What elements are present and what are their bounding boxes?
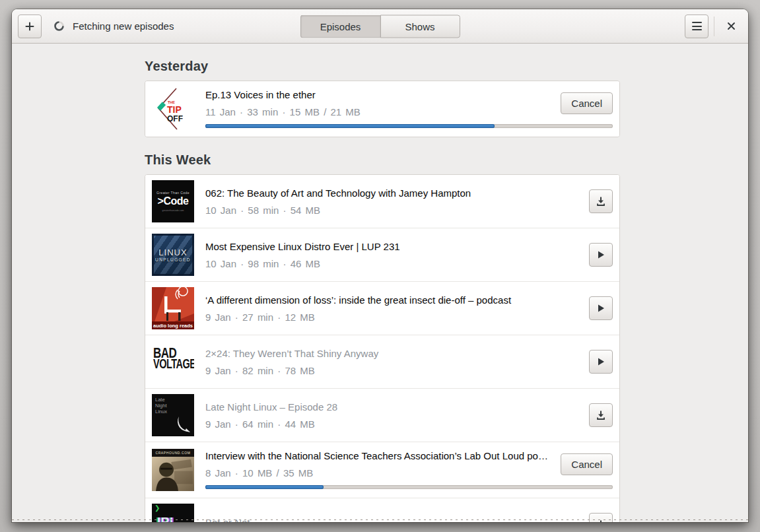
- episode-row[interactable]: Greater Than Code>Codegreaterthancode.co…: [145, 175, 619, 228]
- close-button[interactable]: [720, 15, 742, 38]
- episode-meta: 9 Jan · 64 min · 44 MB: [205, 418, 580, 430]
- add-podcast-button[interactable]: [18, 15, 42, 38]
- hamburger-icon: [692, 22, 702, 30]
- cancel-download-button[interactable]: Cancel: [561, 453, 613, 475]
- menu-button[interactable]: [685, 15, 708, 38]
- spinner-icon: [53, 20, 65, 32]
- episodes-column: Yesterday THE TIP OFF Ep.13 Voices in th…: [145, 59, 620, 522]
- episode-title: Bot or Not: [205, 516, 580, 522]
- episode-artwork-lup: LINUXUNPLUGGED: [152, 234, 194, 276]
- episode-row[interactable]: audio long reads ‘A different dimension …: [145, 281, 619, 335]
- play-icon: [596, 250, 605, 259]
- tab-shows[interactable]: Shows: [380, 15, 460, 38]
- episode-meta: 8 Jan · 10 MB / 35 MB: [205, 467, 551, 479]
- play-icon: [596, 357, 605, 366]
- episode-row[interactable]: BADVOLTAGE2×24: They Weren’t That Shiny …: [145, 335, 619, 388]
- download-progressbar: [205, 485, 613, 489]
- episode-title: Most Expensive Linux Distro Ever | LUP 2…: [205, 240, 580, 253]
- view-switcher: Episodes Shows: [300, 15, 460, 38]
- download-button[interactable]: [589, 189, 613, 213]
- episode-title: Late Night Linux – Episode 28: [205, 401, 580, 414]
- episode-row[interactable]: CRAPHOUND.COM Interview with the Nationa…: [145, 442, 619, 498]
- episode-title: Interview with the National Science Teac…: [205, 449, 551, 463]
- episode-meta: 11 Jan · 33 min · 15 MB / 21 MB: [205, 106, 551, 118]
- episode-meta: 10 Jan · 58 min · 54 MB: [205, 204, 580, 216]
- episode-row[interactable]: THE TIP OFF Ep.13 Voices in the ether11 …: [145, 81, 619, 137]
- headerbar: Fetching new episodes Episodes Shows: [12, 9, 748, 44]
- episode-meta: 9 Jan · 27 min · 12 MB: [205, 311, 580, 323]
- app-window: Fetching new episodes Episodes Shows Yes…: [12, 9, 748, 522]
- play-button[interactable]: [589, 350, 613, 374]
- close-icon: [726, 21, 736, 31]
- episode-title: 2×24: They Weren’t That Shiny Anyway: [205, 347, 580, 360]
- download-button[interactable]: [589, 513, 613, 522]
- episode-artwork-irl: ❯IRL: [152, 504, 194, 522]
- episode-row[interactable]: LINUXUNPLUGGEDMost Expensive Linux Distr…: [145, 228, 619, 281]
- cancel-download-button[interactable]: Cancel: [561, 92, 613, 114]
- episode-section: Yesterday THE TIP OFF Ep.13 Voices in th…: [145, 59, 620, 137]
- episode-artwork-gtc: Greater Than Code>Codegreaterthancode.co…: [152, 180, 194, 222]
- episode-artwork-crp: CRAPHOUND.COM: [152, 449, 194, 491]
- section-title: This Week: [145, 152, 620, 168]
- episode-title: 062: The Beauty of Art and Technology wi…: [205, 187, 580, 200]
- episode-section: This Week Greater Than Code>Codegreatert…: [145, 152, 620, 522]
- download-icon: [596, 196, 606, 207]
- episode-artwork-lnl: LateNightLinux: [152, 394, 194, 436]
- header-separator: [714, 17, 714, 36]
- episode-artwork-tipoff: THE TIP OFF: [152, 88, 194, 130]
- episode-card: Greater Than Code>Codegreaterthancode.co…: [145, 174, 620, 522]
- fetch-status-label: Fetching new episodes: [73, 20, 174, 32]
- section-title: Yesterday: [145, 59, 620, 74]
- download-progress-fill: [205, 124, 495, 128]
- episode-card: THE TIP OFF Ep.13 Voices in the ether11 …: [145, 81, 620, 137]
- episode-title: ‘A different dimension of loss’: inside …: [205, 294, 580, 307]
- episode-artwork-bv: BADVOLTAGE: [152, 341, 194, 383]
- episode-meta: 9 Jan · 82 min · 78 MB: [205, 364, 580, 377]
- episode-row[interactable]: LateNightLinux Late Night Linux – Episod…: [145, 388, 619, 442]
- play-icon: [596, 304, 605, 313]
- episodes-view[interactable]: Yesterday THE TIP OFF Ep.13 Voices in th…: [12, 44, 748, 522]
- play-button[interactable]: [589, 243, 613, 267]
- episode-meta: 10 Jan · 98 min · 46 MB: [205, 257, 580, 270]
- episode-artwork-alr: audio long reads: [152, 287, 194, 329]
- svg-text:OFF: OFF: [167, 114, 183, 123]
- tab-episodes[interactable]: Episodes: [300, 15, 380, 38]
- svg-text:audio long reads: audio long reads: [153, 323, 193, 329]
- download-progress-fill: [205, 485, 324, 489]
- episode-row[interactable]: ❯IRLBot or Not: [145, 498, 619, 522]
- download-icon: [596, 519, 606, 522]
- download-progressbar: [205, 124, 613, 128]
- episode-title: Ep.13 Voices in the ether: [205, 88, 551, 102]
- plus-icon: [24, 21, 35, 32]
- download-button[interactable]: [589, 403, 613, 427]
- svg-text:TIP: TIP: [167, 104, 182, 115]
- download-icon: [596, 410, 606, 420]
- play-button[interactable]: [589, 296, 613, 320]
